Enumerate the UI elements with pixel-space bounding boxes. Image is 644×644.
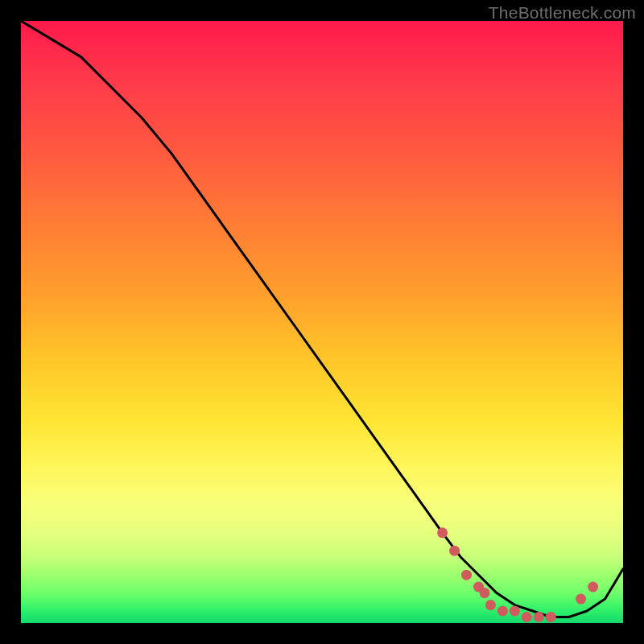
bottleneck-marker bbox=[510, 606, 520, 617]
bottleneck-marker bbox=[485, 600, 496, 610]
bottleneck-curve bbox=[21, 21, 623, 617]
bottleneck-marker bbox=[461, 570, 472, 580]
bottleneck-marker bbox=[576, 594, 586, 605]
watermark-text: TheBottleneck.com bbox=[489, 3, 636, 23]
bottleneck-marker bbox=[473, 582, 484, 592]
bottleneck-marker bbox=[588, 582, 598, 592]
bottleneck-marker bbox=[480, 588, 490, 598]
marker-group bbox=[437, 527, 598, 622]
bottleneck-marker bbox=[449, 546, 460, 556]
bottleneck-marker bbox=[534, 612, 544, 622]
plot-area bbox=[21, 21, 623, 623]
bottleneck-marker bbox=[546, 612, 556, 622]
bottleneck-marker bbox=[437, 527, 448, 538]
bottleneck-marker bbox=[497, 606, 508, 617]
bottleneck-marker bbox=[522, 612, 532, 622]
chart-frame: TheBottleneck.com bbox=[0, 0, 644, 644]
curve-layer bbox=[21, 21, 623, 623]
